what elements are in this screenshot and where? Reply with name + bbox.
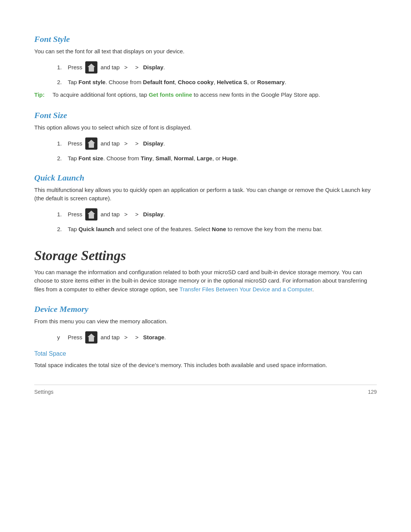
font-size-steps: 1. Press and tap > > Display. 2. Tap Fon… [57,137,377,161]
font-style-steps: 1. Press and tap > > Display. 2. Tap Fon… [57,61,377,85]
quick-launch-step-1: 1. Press and tap > > Display. [57,208,377,220]
and-tap-label-dm1: and tap [100,334,119,340]
arrow-fs1b: > [135,140,139,147]
arrow-fs1a: > [124,140,127,147]
tip-after: to access new fonts in the Google Play S… [192,91,320,98]
step-number-ql1: 1. [57,211,66,217]
tip-label: Tip: [34,91,49,99]
font-size-section: Font Size This option allows you to sele… [34,110,377,161]
home-icon-1 [85,61,97,73]
step2-text: Tap Font style. Choose from Default font… [68,79,286,85]
step-number-ql2: 2. [57,226,66,232]
font-size-step-1: 1. Press and tap > > Display. [57,137,377,150]
footer-left: Settings [34,389,54,395]
page-footer: Settings 129 [34,385,377,395]
step-number-1: 1. [57,64,66,70]
arrow-1a: > [124,64,127,70]
storage-settings-section: Storage Settings You can manage the info… [34,248,377,294]
and-tap-label-fs1: and tap [100,140,119,147]
and-tap-label-1: and tap [100,64,119,70]
press-label-fs1: Press [68,140,82,147]
total-space-description: Total space indicates the total size of … [34,361,377,370]
arrow-ql1b: > [135,211,139,217]
quick-launch-steps: 1. Press and tap > > Display. 2. Tap Qui… [57,208,377,232]
storage-desc-end: . [312,286,314,292]
arrow-1b: > [135,64,139,70]
device-memory-title: Device Memory [34,304,377,314]
step-number-2: 2. [57,79,66,85]
display-label-ql1: Display. [143,211,165,217]
device-memory-section: Device Memory From this menu you can vie… [34,304,377,369]
home-icon-dm1 [85,331,97,343]
press-label-1: Press [68,64,82,70]
press-label-ql1: Press [68,211,82,217]
storage-settings-title: Storage Settings [34,248,377,264]
font-size-step-2: 2. Tap Font size. Choose from Tiny, Smal… [57,155,377,161]
arrow-dm1b: > [135,334,139,340]
home-icon-fs1 [85,137,97,150]
storage-label-dm1: Storage. [143,334,166,340]
font-style-step-2: 2. Tap Font style. Choose from Default f… [57,79,377,85]
step-number-fs1: 1. [57,140,66,147]
tip-before: To acquire additional font options, tap [53,91,149,98]
font-size-title: Font Size [34,110,377,120]
tip-text: To acquire additional font options, tap … [53,91,320,99]
font-size-description: This option allows you to select which s… [34,123,377,132]
home-icon-ql1 [85,208,97,220]
device-memory-step-1: y Press and tap > > Storage. [57,331,377,343]
font-style-tip: Tip: To acquire additional font options,… [34,91,377,99]
press-label-dm1: Press [68,334,82,340]
arrow-ql1a: > [124,211,127,217]
and-tap-label-ql1: and tap [100,211,119,217]
font-style-description: You can set the font for all text that d… [34,47,377,56]
step2-text-ql: Tap Quick launch and select one of the f… [68,226,323,232]
font-style-section: Font Style You can set the font for all … [34,34,377,99]
footer-page-number: 129 [368,389,377,395]
get-fonts-online-link[interactable]: Get fonts online [149,91,192,98]
quick-launch-description: This multifunctional key allows you to q… [34,186,377,203]
display-label-fs1: Display. [143,140,165,147]
font-style-title: Font Style [34,34,377,44]
display-label-1: Display. [143,64,165,70]
quick-launch-title: Quick Launch [34,173,377,183]
device-memory-steps: y Press and tap > > Storage. [57,331,377,343]
total-space-title: Total Space [34,350,377,357]
device-memory-description: From this menu you can view the memory a… [34,317,377,326]
transfer-files-link[interactable]: Transfer Files Between Your Device and a… [180,286,312,292]
font-style-step-1: 1. Press and tap > > Display. [57,61,377,73]
quick-launch-section: Quick Launch This multifunctional key al… [34,173,377,232]
step2-text-fs: Tap Font size. Choose from Tiny, Small, … [68,155,238,161]
bullet-char-dm1: y [57,334,66,340]
quick-launch-step-2: 2. Tap Quick launch and select one of th… [57,226,377,232]
step-number-fs2: 2. [57,155,66,161]
storage-settings-description: You can manage the information and confi… [34,268,377,294]
arrow-dm1a: > [124,334,127,340]
